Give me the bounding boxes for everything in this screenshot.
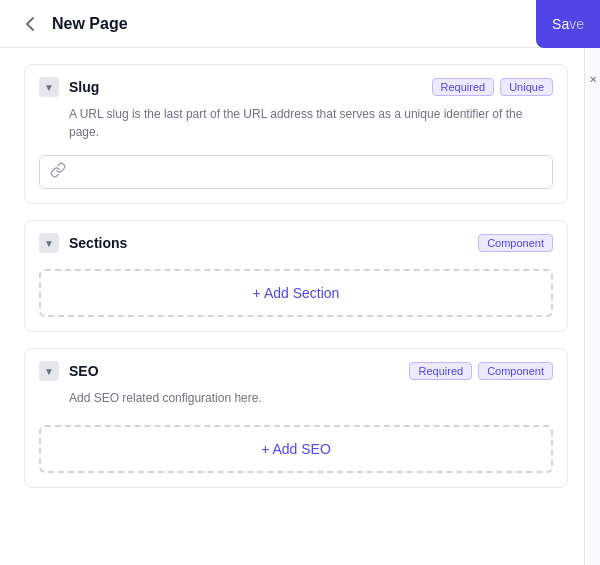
sections-field-header: ▼ Sections Component [25, 221, 567, 261]
sections-badges: Component [478, 234, 553, 252]
component-badge: Component [478, 234, 553, 252]
right-panel-toggle: ✕ [584, 48, 600, 565]
save-button[interactable]: Save [536, 0, 600, 48]
slug-field-header: ▼ Slug Required Unique [25, 65, 567, 105]
add-seo-label: + Add SEO [261, 441, 331, 457]
fields-panel: ▼ Slug Required Unique A URL slug is the… [16, 48, 584, 565]
slug-input-area [25, 151, 567, 203]
add-section-button[interactable]: + Add Section [39, 269, 553, 317]
add-seo-button[interactable]: + Add SEO [39, 425, 553, 473]
link-icon [50, 162, 66, 182]
slug-collapse-button[interactable]: ▼ [39, 77, 59, 97]
seo-field-header: ▼ SEO Required Component [25, 349, 567, 389]
seo-field-name: SEO [69, 363, 409, 379]
seo-required-badge: Required [409, 362, 472, 380]
slug-input-wrapper [39, 155, 553, 189]
page-title: New Page [52, 15, 584, 33]
left-sidebar-toggle [0, 48, 16, 565]
back-button[interactable] [16, 10, 44, 38]
slug-field-card: ▼ Slug Required Unique A URL slug is the… [24, 64, 568, 204]
page-header: New Page Save [0, 0, 600, 48]
seo-badges: Required Component [409, 362, 553, 380]
slug-field-name: Slug [69, 79, 432, 95]
sections-field-name: Sections [69, 235, 478, 251]
unique-badge: Unique [500, 78, 553, 96]
slug-description: A URL slug is the last part of the URL a… [25, 105, 567, 151]
slug-badges: Required Unique [432, 78, 554, 96]
sections-collapse-button[interactable]: ▼ [39, 233, 59, 253]
main-content: ▼ Slug Required Unique A URL slug is the… [0, 48, 600, 565]
sections-field-card: ▼ Sections Component + Add Section [24, 220, 568, 332]
seo-component-badge: Component [478, 362, 553, 380]
right-close-button[interactable]: ✕ [586, 72, 600, 86]
seo-description: Add SEO related configuration here. [25, 389, 567, 417]
seo-field-card: ▼ SEO Required Component Add SEO related… [24, 348, 568, 488]
required-badge: Required [432, 78, 495, 96]
seo-collapse-button[interactable]: ▼ [39, 361, 59, 381]
add-section-label: + Add Section [253, 285, 340, 301]
slug-input[interactable] [74, 164, 542, 180]
